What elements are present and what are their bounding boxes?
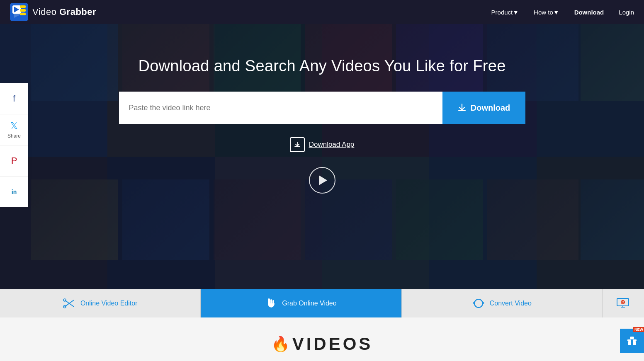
svg-marker-14 xyxy=(483,301,484,305)
share-label: Share xyxy=(7,133,21,139)
svg-point-18 xyxy=(622,301,624,303)
tab-screen[interactable] xyxy=(603,289,644,317)
gift-icon xyxy=(627,335,637,346)
logo-icon xyxy=(10,3,28,21)
svg-rect-5 xyxy=(20,9,26,12)
bottom-tabs: Online Video Editor Grab Online Video Co… xyxy=(0,289,644,317)
nav-links: Product▼ How to▼ Download Login xyxy=(491,9,634,16)
download-button[interactable]: Download xyxy=(442,92,525,124)
search-bar: Download xyxy=(119,92,525,124)
social-linkedin[interactable]: in xyxy=(0,176,28,207)
nav-product[interactable]: Product▼ xyxy=(491,9,519,16)
download-button-label: Download xyxy=(471,103,510,113)
svg-marker-15 xyxy=(473,301,474,305)
pinterest-icon: P xyxy=(11,155,17,166)
social-twitter[interactable]: 𝕏 Share xyxy=(0,114,28,145)
gift-new-badge: new xyxy=(633,327,644,332)
tab-convert-video-label: Convert Video xyxy=(490,300,532,307)
hand-icon xyxy=(265,298,277,309)
videos-logo-text: VIDEOS xyxy=(292,334,373,354)
svg-rect-6 xyxy=(20,13,26,15)
facebook-icon: f xyxy=(13,93,15,104)
flame-icon: 🔥 xyxy=(271,335,290,353)
tab-online-video-editor[interactable]: Online Video Editor xyxy=(0,289,201,317)
convert-icon xyxy=(472,297,485,310)
hero-section: Download and Search Any Videos You Like … xyxy=(0,24,644,289)
logo-text: Video Grabber xyxy=(32,7,96,17)
nav-howto[interactable]: How to▼ xyxy=(534,9,559,16)
social-facebook[interactable]: f xyxy=(0,83,28,114)
logo-area: Video Grabber xyxy=(10,3,491,21)
hero-content: Download and Search Any Videos You Like … xyxy=(0,24,644,194)
videos-logo: 🔥 VIDEOS xyxy=(0,334,644,354)
svg-rect-4 xyxy=(20,5,26,8)
navbar: Video Grabber Product▼ How to▼ Download … xyxy=(0,0,644,24)
hero-title: Download and Search Any Videos You Like … xyxy=(138,57,505,75)
social-sidebar: f 𝕏 Share P in xyxy=(0,83,28,207)
svg-rect-11 xyxy=(268,298,270,304)
tab-online-video-editor-label: Online Video Editor xyxy=(80,300,138,307)
tab-grab-online-video[interactable]: Grab Online Video xyxy=(201,289,401,317)
gift-button[interactable]: new xyxy=(620,329,644,353)
download-app-link[interactable]: Download App xyxy=(290,137,355,152)
download-app-icon-box xyxy=(290,137,305,152)
bottom-section: 🔥 VIDEOS xyxy=(0,317,644,361)
download-icon xyxy=(457,103,467,112)
screen-icon xyxy=(617,298,630,309)
download-app-icon xyxy=(294,141,301,148)
play-button[interactable] xyxy=(309,167,335,194)
tab-convert-video[interactable]: Convert Video xyxy=(402,289,603,317)
video-url-input[interactable] xyxy=(119,92,442,124)
social-pinterest[interactable]: P xyxy=(0,145,28,176)
nav-login[interactable]: Login xyxy=(619,9,634,16)
tab-grab-online-video-label: Grab Online Video xyxy=(282,300,336,307)
twitter-icon: 𝕏 xyxy=(10,121,18,131)
play-triangle-icon xyxy=(319,175,327,185)
nav-download[interactable]: Download xyxy=(574,9,604,16)
scissors-icon xyxy=(63,298,75,308)
linkedin-icon: in xyxy=(12,189,17,195)
download-app-label: Download App xyxy=(309,141,355,149)
